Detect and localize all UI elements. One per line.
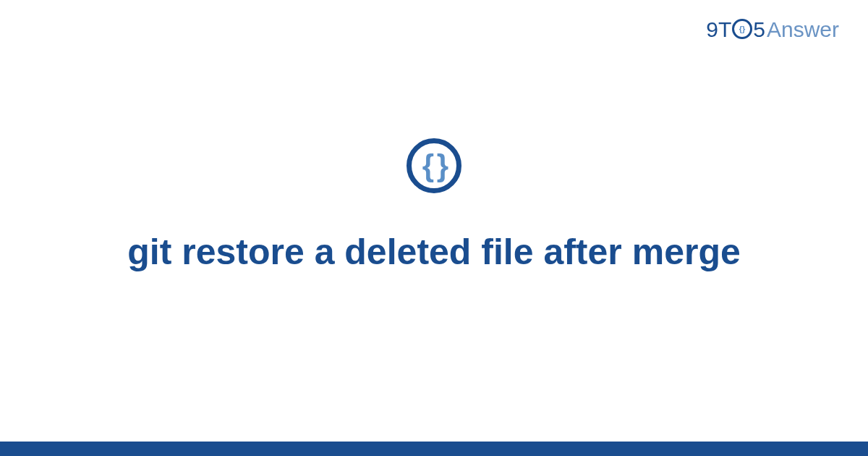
braces-glyph: { }	[422, 148, 446, 183]
footer-bar	[0, 442, 868, 456]
braces-circle-icon: { }	[407, 138, 461, 193]
page-title: git restore a deleted file after merge	[127, 229, 741, 275]
main-content: { } git restore a deleted file after mer…	[0, 0, 868, 456]
